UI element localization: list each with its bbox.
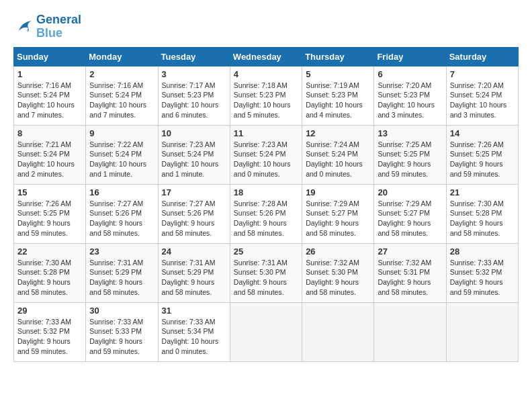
day-number: 28 bbox=[450, 246, 515, 257]
day-number: 6 bbox=[378, 69, 442, 79]
calendar-cell: 30 Sunrise: 7:33 AM Sunset: 5:33 PM Dayl… bbox=[86, 302, 158, 361]
day-number: 12 bbox=[306, 128, 370, 138]
calendar-cell bbox=[302, 302, 374, 361]
calendar-cell: 4 Sunrise: 7:18 AM Sunset: 5:23 PM Dayli… bbox=[230, 66, 302, 125]
day-info: Sunrise: 7:25 AM Sunset: 5:25 PM Dayligh… bbox=[378, 140, 442, 179]
calendar-week-3: 15 Sunrise: 7:26 AM Sunset: 5:25 PM Dayl… bbox=[14, 184, 519, 243]
day-info: Sunrise: 7:33 AM Sunset: 5:32 PM Dayligh… bbox=[17, 317, 82, 357]
calendar-cell: 5 Sunrise: 7:19 AM Sunset: 5:23 PM Dayli… bbox=[302, 66, 374, 125]
calendar-table: SundayMondayTuesdayWednesdayThursdayFrid… bbox=[13, 47, 519, 362]
calendar-cell: 26 Sunrise: 7:32 AM Sunset: 5:30 PM Dayl… bbox=[302, 243, 374, 302]
day-info: Sunrise: 7:32 AM Sunset: 5:30 PM Dayligh… bbox=[306, 258, 370, 298]
calendar-cell: 22 Sunrise: 7:30 AM Sunset: 5:28 PM Dayl… bbox=[14, 243, 86, 302]
day-number: 21 bbox=[450, 187, 515, 197]
day-info: Sunrise: 7:18 AM Sunset: 5:23 PM Dayligh… bbox=[234, 81, 298, 120]
page-header: General Blue bbox=[13, 13, 519, 40]
calendar-week-4: 22 Sunrise: 7:30 AM Sunset: 5:28 PM Dayl… bbox=[14, 243, 519, 302]
calendar-cell: 27 Sunrise: 7:32 AM Sunset: 5:31 PM Dayl… bbox=[374, 243, 446, 302]
calendar-cell: 7 Sunrise: 7:20 AM Sunset: 5:24 PM Dayli… bbox=[446, 66, 518, 125]
day-number: 26 bbox=[306, 246, 370, 257]
day-info: Sunrise: 7:24 AM Sunset: 5:24 PM Dayligh… bbox=[306, 140, 370, 179]
logo-text: General Blue bbox=[36, 13, 81, 40]
day-number: 27 bbox=[378, 246, 442, 257]
day-info: Sunrise: 7:17 AM Sunset: 5:23 PM Dayligh… bbox=[162, 81, 226, 120]
day-info: Sunrise: 7:27 AM Sunset: 5:26 PM Dayligh… bbox=[162, 199, 226, 238]
day-info: Sunrise: 7:22 AM Sunset: 5:24 PM Dayligh… bbox=[89, 140, 154, 179]
day-info: Sunrise: 7:30 AM Sunset: 5:28 PM Dayligh… bbox=[450, 199, 515, 238]
day-number: 20 bbox=[378, 187, 442, 197]
day-number: 31 bbox=[162, 306, 226, 316]
calendar-cell: 24 Sunrise: 7:31 AM Sunset: 5:29 PM Dayl… bbox=[158, 243, 230, 302]
day-info: Sunrise: 7:20 AM Sunset: 5:23 PM Dayligh… bbox=[378, 81, 442, 120]
day-info: Sunrise: 7:33 AM Sunset: 5:32 PM Dayligh… bbox=[450, 258, 515, 298]
day-info: Sunrise: 7:31 AM Sunset: 5:29 PM Dayligh… bbox=[89, 258, 154, 298]
calendar-cell: 8 Sunrise: 7:21 AM Sunset: 5:24 PM Dayli… bbox=[14, 125, 86, 184]
calendar-cell: 14 Sunrise: 7:26 AM Sunset: 5:25 PM Dayl… bbox=[446, 125, 518, 184]
calendar-cell: 23 Sunrise: 7:31 AM Sunset: 5:29 PM Dayl… bbox=[86, 243, 158, 302]
calendar-week-2: 8 Sunrise: 7:21 AM Sunset: 5:24 PM Dayli… bbox=[14, 125, 519, 184]
logo-icon bbox=[13, 17, 34, 37]
day-info: Sunrise: 7:16 AM Sunset: 5:24 PM Dayligh… bbox=[17, 81, 82, 120]
calendar-cell: 17 Sunrise: 7:27 AM Sunset: 5:26 PM Dayl… bbox=[158, 184, 230, 243]
day-info: Sunrise: 7:33 AM Sunset: 5:34 PM Dayligh… bbox=[162, 317, 226, 357]
calendar-cell: 12 Sunrise: 7:24 AM Sunset: 5:24 PM Dayl… bbox=[302, 125, 374, 184]
calendar-cell: 1 Sunrise: 7:16 AM Sunset: 5:24 PM Dayli… bbox=[14, 66, 86, 125]
calendar-cell: 13 Sunrise: 7:25 AM Sunset: 5:25 PM Dayl… bbox=[374, 125, 446, 184]
day-number: 24 bbox=[162, 246, 226, 257]
calendar-header-row: SundayMondayTuesdayWednesdayThursdayFrid… bbox=[14, 47, 519, 66]
day-number: 11 bbox=[234, 128, 298, 138]
day-number: 25 bbox=[234, 246, 298, 257]
day-number: 2 bbox=[89, 69, 154, 79]
calendar-cell: 19 Sunrise: 7:29 AM Sunset: 5:27 PM Dayl… bbox=[302, 184, 374, 243]
calendar-cell: 21 Sunrise: 7:30 AM Sunset: 5:28 PM Dayl… bbox=[446, 184, 518, 243]
day-info: Sunrise: 7:29 AM Sunset: 5:27 PM Dayligh… bbox=[378, 199, 442, 238]
day-number: 29 bbox=[17, 306, 82, 316]
calendar-cell: 29 Sunrise: 7:33 AM Sunset: 5:32 PM Dayl… bbox=[14, 302, 86, 361]
calendar-cell bbox=[374, 302, 446, 361]
calendar-cell: 3 Sunrise: 7:17 AM Sunset: 5:23 PM Dayli… bbox=[158, 66, 230, 125]
day-info: Sunrise: 7:31 AM Sunset: 5:30 PM Dayligh… bbox=[234, 258, 298, 298]
calendar-cell: 10 Sunrise: 7:23 AM Sunset: 5:24 PM Dayl… bbox=[158, 125, 230, 184]
day-number: 9 bbox=[89, 128, 154, 138]
day-number: 5 bbox=[306, 69, 370, 79]
calendar-cell bbox=[446, 302, 518, 361]
column-header-monday: Monday bbox=[86, 47, 158, 66]
day-info: Sunrise: 7:28 AM Sunset: 5:26 PM Dayligh… bbox=[234, 199, 298, 238]
day-number: 8 bbox=[17, 128, 82, 138]
day-number: 16 bbox=[89, 187, 154, 197]
day-info: Sunrise: 7:27 AM Sunset: 5:26 PM Dayligh… bbox=[89, 199, 154, 238]
calendar-week-1: 1 Sunrise: 7:16 AM Sunset: 5:24 PM Dayli… bbox=[14, 66, 519, 125]
calendar-cell: 18 Sunrise: 7:28 AM Sunset: 5:26 PM Dayl… bbox=[230, 184, 302, 243]
column-header-friday: Friday bbox=[374, 47, 446, 66]
day-number: 10 bbox=[162, 128, 226, 138]
calendar-cell: 31 Sunrise: 7:33 AM Sunset: 5:34 PM Dayl… bbox=[158, 302, 230, 361]
day-number: 4 bbox=[234, 69, 298, 79]
column-header-tuesday: Tuesday bbox=[158, 47, 230, 66]
day-number: 30 bbox=[89, 306, 154, 316]
day-info: Sunrise: 7:29 AM Sunset: 5:27 PM Dayligh… bbox=[306, 199, 370, 238]
day-info: Sunrise: 7:23 AM Sunset: 5:24 PM Dayligh… bbox=[162, 140, 226, 179]
day-info: Sunrise: 7:23 AM Sunset: 5:24 PM Dayligh… bbox=[234, 140, 298, 179]
day-number: 19 bbox=[306, 187, 370, 197]
day-info: Sunrise: 7:32 AM Sunset: 5:31 PM Dayligh… bbox=[378, 258, 442, 298]
day-number: 3 bbox=[162, 69, 226, 79]
calendar-cell: 15 Sunrise: 7:26 AM Sunset: 5:25 PM Dayl… bbox=[14, 184, 86, 243]
column-header-thursday: Thursday bbox=[302, 47, 374, 66]
day-info: Sunrise: 7:16 AM Sunset: 5:24 PM Dayligh… bbox=[89, 81, 154, 120]
calendar-cell bbox=[230, 302, 302, 361]
day-number: 1 bbox=[17, 69, 82, 79]
calendar-week-5: 29 Sunrise: 7:33 AM Sunset: 5:32 PM Dayl… bbox=[14, 302, 519, 361]
calendar-cell: 2 Sunrise: 7:16 AM Sunset: 5:24 PM Dayli… bbox=[86, 66, 158, 125]
calendar-cell: 6 Sunrise: 7:20 AM Sunset: 5:23 PM Dayli… bbox=[374, 66, 446, 125]
day-number: 18 bbox=[234, 187, 298, 197]
calendar-cell: 20 Sunrise: 7:29 AM Sunset: 5:27 PM Dayl… bbox=[374, 184, 446, 243]
day-number: 23 bbox=[89, 246, 154, 257]
column-header-saturday: Saturday bbox=[446, 47, 518, 66]
day-info: Sunrise: 7:30 AM Sunset: 5:28 PM Dayligh… bbox=[17, 258, 82, 298]
day-number: 22 bbox=[17, 246, 82, 257]
logo: General Blue bbox=[13, 13, 81, 40]
day-info: Sunrise: 7:26 AM Sunset: 5:25 PM Dayligh… bbox=[17, 199, 82, 238]
day-number: 17 bbox=[162, 187, 226, 197]
calendar-cell: 28 Sunrise: 7:33 AM Sunset: 5:32 PM Dayl… bbox=[446, 243, 518, 302]
calendar-cell: 16 Sunrise: 7:27 AM Sunset: 5:26 PM Dayl… bbox=[86, 184, 158, 243]
